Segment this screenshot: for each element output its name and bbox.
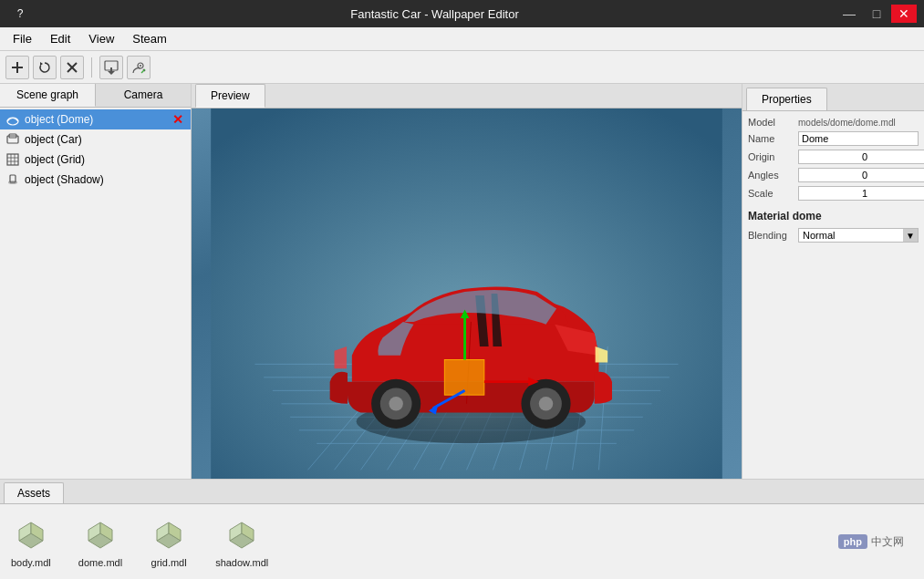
refresh-icon (38, 61, 51, 74)
svg-point-49 (539, 397, 553, 410)
php-badge: php (838, 534, 867, 549)
scene-tree: object (Dome) ✕ object (Car) object (Gri… (0, 108, 191, 479)
tree-item-grid[interactable]: object (Grid) (0, 150, 191, 170)
menu-steam[interactable]: Steam (123, 27, 176, 50)
titlebar: ? Fantastic Car - Wallpaper Editor — □ ✕ (0, 0, 924, 27)
asset-label-grid: grid.mdl (151, 557, 187, 568)
import-button[interactable] (99, 56, 123, 79)
prop-value-model: models/dome/dome.mdl (798, 118, 919, 128)
svg-rect-1 (12, 67, 23, 68)
properties-content: Model models/dome/dome.mdl Name Origin A… (742, 111, 924, 479)
tree-item-shadow[interactable]: object (Shadow) (0, 170, 191, 190)
prop-label-scale: Scale (748, 188, 798, 199)
scene-tabs: Scene graph Camera (0, 84, 191, 108)
asset-icon-grid (150, 515, 188, 553)
tree-item-car[interactable]: object (Car) (0, 129, 191, 150)
tab-properties[interactable]: Properties (746, 88, 827, 110)
prop-row-angles: Angles (748, 168, 919, 182)
prop-label-blending: Blending (748, 230, 798, 241)
tree-item-dome-close[interactable]: ✕ (171, 112, 185, 127)
svg-point-46 (389, 397, 402, 410)
menu-view[interactable]: View (79, 27, 123, 50)
prop-input-angles-x[interactable] (798, 168, 924, 182)
svg-point-12 (7, 118, 18, 125)
body-mdl-icon (12, 515, 50, 553)
tree-item-grid-label: object (Grid) (25, 153, 185, 166)
add-icon (11, 61, 24, 74)
tab-scene-graph[interactable]: Scene graph (0, 84, 96, 107)
main-area: Scene graph Camera object (Dome) ✕ objec… (0, 84, 924, 479)
php-logo: php 中文网 (838, 534, 904, 550)
export-icon (131, 60, 146, 75)
preview-scene (192, 109, 742, 479)
asset-item-body[interactable]: body.mdl (11, 515, 51, 568)
menu-file[interactable]: File (4, 27, 41, 50)
prop-inputs-angles (798, 168, 924, 182)
add-button[interactable] (5, 56, 29, 79)
tab-assets[interactable]: Assets (4, 482, 64, 503)
asset-icon-shadow (223, 515, 261, 553)
svg-rect-15 (7, 154, 18, 165)
import-icon (104, 60, 119, 75)
close-button[interactable]: ✕ (891, 5, 917, 23)
blending-select-arrow[interactable]: ▼ (903, 229, 918, 242)
tree-item-shadow-label: object (Shadow) (25, 173, 185, 186)
prop-label-origin: Origin (748, 151, 798, 162)
tab-camera[interactable]: Camera (96, 84, 191, 107)
center-panel: Preview (192, 84, 742, 479)
prop-row-name: Name (748, 131, 919, 146)
blending-select[interactable]: Normal ▼ (798, 228, 919, 243)
minimize-button[interactable]: — (836, 5, 862, 23)
titlebar-help[interactable]: ? (7, 7, 33, 20)
shadow-mdl-icon (223, 515, 261, 553)
prop-input-origin-x[interactable] (798, 150, 924, 164)
export-button[interactable] (127, 56, 151, 79)
prop-row-scale: Scale (748, 186, 919, 201)
prop-row-origin: Origin (748, 150, 919, 164)
blending-select-value: Normal (799, 229, 903, 242)
preview-canvas[interactable] (192, 109, 742, 479)
asset-icon-dome (81, 515, 119, 553)
remove-button[interactable] (60, 56, 84, 79)
assets-tab-bar: Assets (0, 480, 924, 504)
dome-mdl-icon (81, 515, 119, 553)
menu-edit[interactable]: Edit (41, 27, 79, 50)
right-panel: Properties Model models/dome/dome.mdl Na… (742, 84, 924, 479)
tree-item-dome[interactable]: object (Dome) ✕ (0, 109, 191, 129)
svg-marker-2 (40, 62, 43, 66)
titlebar-controls: — □ ✕ (836, 5, 917, 23)
properties-tab-bar: Properties (742, 84, 924, 111)
prop-input-name[interactable] (798, 131, 919, 146)
preview-tab-bar: Preview (192, 84, 742, 109)
asset-item-shadow[interactable]: shadow.mdl (215, 515, 268, 568)
svg-point-9 (140, 65, 141, 67)
dome-object-icon (5, 112, 20, 127)
prop-input-scale-x[interactable] (798, 186, 924, 201)
asset-label-shadow: shadow.mdl (215, 557, 268, 568)
shadow-object-icon (5, 172, 20, 187)
bottom-panel: Assets body.mdl dome.mdl (0, 479, 924, 579)
prop-label-model: Model (748, 117, 798, 128)
svg-rect-7 (110, 67, 112, 73)
tree-item-dome-label: object (Dome) (25, 113, 166, 126)
remove-icon (66, 61, 78, 74)
refresh-button[interactable] (33, 56, 57, 79)
toolbar-separator (91, 57, 92, 78)
prop-label-angles: Angles (748, 170, 798, 181)
tab-preview[interactable]: Preview (195, 84, 265, 108)
car-object-icon (5, 132, 20, 147)
prop-inputs-scale (798, 186, 924, 201)
grid-mdl-icon (150, 515, 188, 553)
prop-label-name: Name (748, 133, 798, 144)
prop-inputs-origin (798, 150, 924, 164)
asset-icon-body (12, 515, 50, 553)
prop-row-model: Model models/dome/dome.mdl (748, 117, 919, 128)
svg-rect-51 (444, 360, 484, 396)
tree-item-car-label: object (Car) (25, 133, 185, 146)
asset-item-dome[interactable]: dome.mdl (78, 515, 122, 568)
php-text: 中文网 (871, 534, 904, 550)
assets-content: body.mdl dome.mdl grid.mdl (0, 504, 924, 579)
asset-item-grid[interactable]: grid.mdl (150, 515, 188, 568)
maximize-button[interactable]: □ (864, 5, 889, 23)
menubar: File Edit View Steam (0, 27, 924, 51)
